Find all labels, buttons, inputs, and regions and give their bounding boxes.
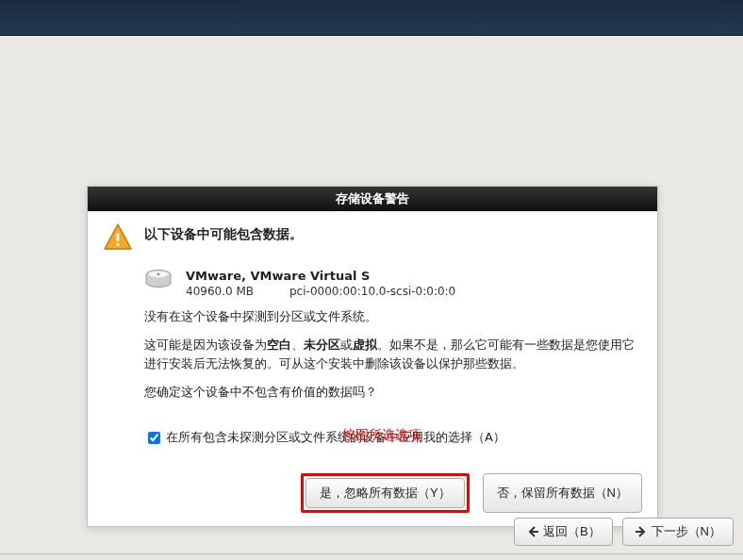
disk-icon [144,269,176,292]
dialog-title: 存储设备警告 [336,190,409,207]
para-explanation: 这可能是因为该设备为空白、未分区或虚拟。如果不是，那么它可能有一些数据是您使用它… [144,336,642,373]
dialog-heading: 以下设备中可能包含数据。 [144,226,303,243]
wizard-nav: 返回（B） 下一步（N） [514,518,734,546]
arrow-right-icon [635,525,648,538]
svg-rect-0 [117,233,120,241]
device-row: VMware, VMware Virtual S 40960.0 MB pci-… [144,269,642,298]
warning-icon [103,222,137,255]
yes-discard-button[interactable]: 是，忽略所有数据（Y） [305,478,465,508]
svg-point-1 [116,243,120,247]
device-name: VMware, VMware Virtual S [186,269,455,283]
arrow-left-icon [526,525,539,538]
para-confirm: 您确定这个设备中不包含有价值的数据吗？ [144,383,642,402]
no-keep-button[interactable]: 否，保留所有数据（N） [483,473,642,513]
yes-button-highlight: 是，忽略所有数据（Y） [301,473,470,513]
next-button[interactable]: 下一步（N） [622,518,734,546]
back-button[interactable]: 返回（B） [514,518,613,546]
apply-all-row: 在所有包含未探测分区或文件系统的设备中应用我的选择（A） 按图所选选项 [144,429,642,447]
storage-warning-dialog: 存储设备警告 以下设备中可能包含数据。 [87,186,658,527]
para-no-partitions: 没有在这个设备中探测到分区或文件系统。 [144,307,642,326]
device-size: 40960.0 MB [186,285,289,298]
dialog-titlebar: 存储设备警告 [88,187,657,211]
next-label: 下一步（N） [652,523,721,540]
dialog-button-row: 是，忽略所有数据（Y） 否，保留所有数据（N） [103,473,642,513]
back-label: 返回（B） [543,523,601,540]
device-path: pci-0000:00:10.0-scsi-0:0:0:0 [289,285,455,298]
apply-all-checkbox[interactable] [148,432,160,444]
footer-separator [0,553,743,554]
top-banner [0,0,743,36]
apply-all-label: 在所有包含未探测分区或文件系统的设备中应用我的选择（A） [166,429,505,446]
dialog-content: 以下设备中可能包含数据。 VMware, VMware Virtual S 40… [88,211,657,526]
svg-point-4 [157,273,160,276]
